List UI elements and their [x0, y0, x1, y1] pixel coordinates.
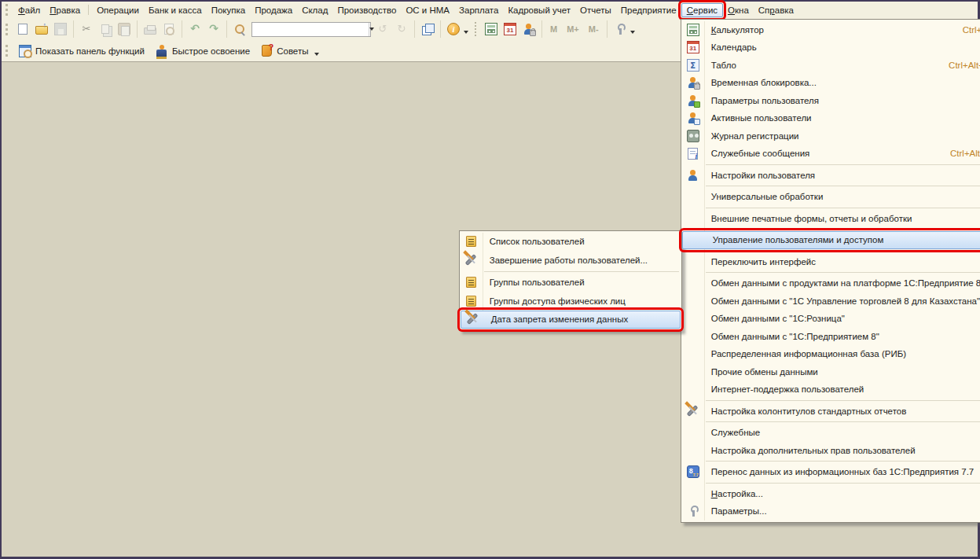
menu-item-switch-interface[interactable]: Переключить интерфейс [681, 253, 980, 271]
menu-item-customize[interactable]: Настройка... [681, 485, 980, 503]
top-chrome: Файл Правка Операции Банк и касса Покупк… [2, 2, 978, 62]
new-document-button[interactable] [13, 20, 32, 38]
windows-icon [421, 23, 434, 35]
copy-button[interactable] [96, 20, 115, 38]
menubar-item-bank-cash[interactable]: Банк и касса [144, 4, 207, 17]
tips-button[interactable]: Советы [255, 43, 314, 58]
toolbar-grip[interactable] [6, 24, 9, 35]
memory-add-button[interactable]: M+ [562, 24, 584, 34]
menu-item-universal-processors[interactable]: Универсальные обработки [681, 188, 980, 206]
menu-item-exchange-trade-kz[interactable]: Обмен данными с "1С Управление торговлей… [681, 292, 980, 311]
quick-start-button[interactable]: Быстрое освоение [150, 43, 255, 59]
menu-item-headers-setup[interactable]: Настройка колонтитулов стандартных отчет… [681, 403, 980, 421]
wrench-icon [614, 23, 626, 35]
memory-subtract-button[interactable]: M- [584, 24, 604, 34]
menubar-item-edit[interactable]: Правка [45, 4, 85, 17]
user-access-submenu: Список пользователей Завершение работы п… [459, 230, 682, 332]
menu-separator [706, 164, 980, 165]
toolbar-grip[interactable] [6, 45, 9, 57]
find-button[interactable] [230, 20, 249, 38]
menubar-item-hr[interactable]: Кадровый учет [503, 4, 575, 17]
redo-button[interactable]: ↷ [204, 20, 223, 38]
menubar-item-operations[interactable]: Операции [92, 4, 144, 17]
menu-item-exchange-retail[interactable]: Обмен данными с "1С:Розница" [681, 310, 980, 328]
transfer-77-icon [687, 465, 699, 478]
menu-item-calendar[interactable]: Календарь [681, 39, 980, 57]
toolbar-overflow-chevron-icon[interactable] [314, 53, 319, 56]
submenu-item-user-list[interactable]: Список пользователей [460, 233, 681, 252]
menu-item-external-forms[interactable]: Внешние печатные формы, отчеты и обработ… [681, 210, 980, 228]
menu-item-additional-rights[interactable]: Настройка дополнительных прав пользовате… [681, 442, 980, 460]
menu-item-service-tools[interactable]: Служебные [681, 424, 980, 442]
nav-back-icon: ↺ [376, 23, 389, 35]
paste-button[interactable] [115, 20, 134, 38]
menu-item-distributed-base[interactable]: Распределенная информационная база (РИБ) [681, 345, 980, 363]
menu-item-internet-support[interactable]: Интернет-поддержка пользователей [681, 381, 980, 399]
menu-item-service-messages[interactable]: Служебные сообщения Ctrl+Alt+O [681, 145, 980, 163]
menubar-item-file[interactable]: Файл [13, 4, 45, 17]
menubar-item-purchase[interactable]: Покупка [207, 4, 250, 17]
chevron-down-icon[interactable] [630, 31, 635, 34]
toolbar-grip[interactable] [475, 22, 478, 36]
submenu-item-data-change-prohibition-date[interactable]: Дата запрета изменения данных [461, 311, 681, 329]
menu-separator [706, 272, 980, 273]
save-button[interactable] [51, 20, 70, 38]
menu-item-calculator[interactable]: Калькулятор Ctrl+F2 [681, 21, 980, 39]
menubar-item-production[interactable]: Производство [332, 4, 401, 17]
menu-item-options[interactable]: Параметры... [681, 502, 980, 520]
menubar-item-enterprise[interactable]: Предприятие [616, 4, 681, 17]
nav-back-button[interactable]: ↺ [373, 20, 392, 38]
submenu-item-person-access-groups[interactable]: Группы доступа физических лиц [460, 292, 681, 311]
menu-separator [706, 251, 980, 252]
menu-item-active-users[interactable]: Активные пользователи [681, 109, 980, 127]
menu-item-tablo[interactable]: Табло Ctrl+Alt+W [681, 57, 980, 75]
paste-icon [118, 23, 130, 35]
menubar-item-payroll[interactable]: Зарплата [454, 4, 503, 17]
chevron-down-icon[interactable] [464, 31, 468, 34]
calendar-button[interactable] [501, 20, 519, 38]
print-button[interactable] [141, 20, 160, 38]
submenu-item-terminate-sessions[interactable]: Завершение работы пользователей... [460, 251, 681, 270]
toolbar-separator [137, 20, 138, 38]
open-button[interactable] [32, 20, 51, 38]
calculator-button[interactable] [482, 20, 501, 38]
menu-item-exchange-82[interactable]: Обмен данными с продуктами на платформе … [681, 274, 980, 292]
catalog-icon [466, 236, 476, 247]
show-function-panel-button[interactable]: Показать панель функций [13, 43, 150, 59]
menu-item-user-access-management[interactable]: Управление пользователями и доступом [682, 231, 980, 249]
menu-item-user-parameters[interactable]: Параметры пользователя [681, 92, 980, 110]
memory-recall-button[interactable]: M [545, 24, 562, 34]
menu-separator [706, 483, 980, 484]
calendar-icon [687, 41, 699, 53]
search-icon [233, 23, 246, 35]
menubar-item-windows[interactable]: Окна [723, 4, 754, 17]
windows-list-button[interactable] [418, 20, 437, 38]
toolbar-grip[interactable] [6, 4, 9, 16]
search-input[interactable] [252, 24, 369, 35]
info-button[interactable]: i [444, 20, 463, 38]
undo-button[interactable]: ↶ [185, 20, 204, 38]
submenu-item-user-groups[interactable]: Группы пользователей [460, 274, 681, 292]
menu-item-registration-journal[interactable]: Журнал регистрации [681, 127, 980, 145]
menubar-item-help[interactable]: Справка [754, 4, 798, 17]
menubar-item-warehouse[interactable]: Склад [297, 4, 332, 17]
undo-icon: ↶ [189, 23, 201, 35]
nav-forward-button[interactable]: ↻ [392, 20, 411, 38]
menubar-item-sales[interactable]: Продажа [250, 4, 297, 17]
menu-item-temp-lock[interactable]: Временная блокировка... [681, 74, 980, 92]
menubar-item-service[interactable]: Сервис Калькулятор Ctrl+F2 Календарь Т [681, 3, 723, 17]
menu-item-user-settings[interactable]: Настройки пользователя [681, 167, 980, 185]
menubar-item-reports[interactable]: Отчеты [575, 4, 616, 17]
journal-icon [687, 130, 699, 142]
menu-item-exchange-enterprise8[interactable]: Обмен данными с "1С:Предприятием 8" [681, 328, 980, 346]
menubar-item-fixed-assets[interactable]: ОС и НМА [401, 4, 454, 17]
user-edit-icon [687, 94, 699, 107]
tools-icon [467, 313, 479, 325]
options-button[interactable] [611, 20, 629, 38]
print-preview-button[interactable] [160, 20, 178, 38]
calculator-icon [485, 23, 497, 35]
cut-button[interactable]: ✂ [77, 20, 96, 38]
menu-item-other-exchanges[interactable]: Прочие обмены данными [681, 363, 980, 381]
temp-lock-button[interactable] [519, 20, 538, 38]
menu-item-transfer-77[interactable]: Перенос данных из информационных баз 1С:… [681, 463, 980, 481]
